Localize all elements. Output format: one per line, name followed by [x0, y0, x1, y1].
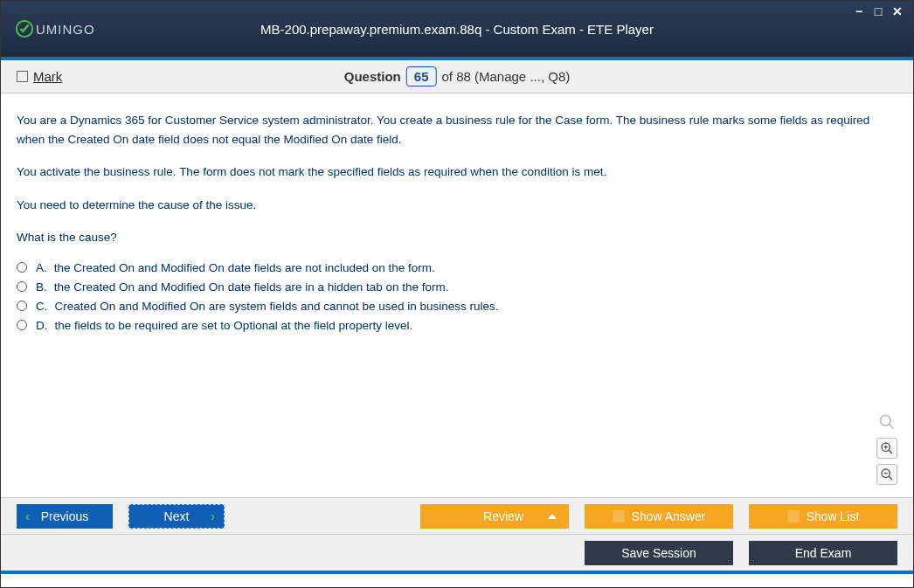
checkbox-icon — [17, 71, 28, 82]
check-icon — [15, 19, 34, 38]
mark-label: Mark — [33, 69, 62, 84]
triangle-up-icon — [548, 514, 557, 519]
zoom-in-button[interactable] — [876, 438, 897, 459]
show-list-button[interactable]: Show List — [749, 504, 897, 529]
option-letter: B. — [36, 280, 47, 294]
list-icon — [787, 510, 800, 522]
option-c[interactable]: C. Created On and Modified On are system… — [17, 300, 897, 313]
question-para-2: You activate the business rule. The form… — [17, 163, 897, 182]
option-text: the Created On and Modified On date fiel… — [54, 280, 449, 294]
question-para-3: You need to determine the cause of the i… — [17, 196, 897, 215]
search-icon[interactable] — [876, 412, 897, 432]
show-answer-label: Show Answer — [632, 509, 706, 523]
review-label: Review — [483, 509, 523, 523]
radio-icon — [17, 320, 27, 330]
svg-line-4 — [889, 450, 892, 453]
option-text: Created On and Modified On are system fi… — [55, 300, 499, 313]
review-button[interactable]: Review — [420, 504, 569, 529]
chevron-left-icon: ‹ — [25, 509, 30, 523]
radio-icon — [17, 262, 27, 273]
question-content: You are a Dynamics 365 for Customer Serv… — [1, 93, 913, 497]
save-session-button[interactable]: Save Session — [585, 541, 733, 565]
info-bar: Mark Question 65 of 88 (Manage ..., Q8) — [1, 60, 913, 93]
close-button[interactable]: ✕ — [890, 4, 904, 18]
option-d[interactable]: D. the fields to be required are set to … — [17, 319, 897, 332]
svg-point-1 — [881, 416, 891, 426]
option-b[interactable]: B. the Created On and Modified On date f… — [17, 280, 897, 294]
mark-checkbox[interactable]: Mark — [17, 69, 62, 84]
footer-secondary: Save Session End Exam — [1, 534, 913, 571]
options-list: A. the Created On and Modified On date f… — [17, 261, 897, 332]
question-para-4: What is the cause? — [17, 228, 897, 247]
radio-icon — [17, 301, 27, 311]
svg-line-2 — [890, 425, 894, 429]
question-total: of 88 (Manage ..., Q8) — [441, 69, 570, 84]
question-word: Question — [344, 69, 401, 84]
option-letter: D. — [36, 319, 48, 332]
option-text: the fields to be required are set to Opt… — [55, 319, 413, 332]
zoom-tools — [876, 412, 897, 485]
previous-button[interactable]: ‹ Previous — [17, 504, 113, 529]
maximize-button[interactable]: □ — [871, 4, 885, 18]
show-list-label: Show List — [807, 509, 860, 523]
question-para-1: You are a Dynamics 365 for Customer Serv… — [17, 111, 897, 149]
minimize-button[interactable]: − — [852, 4, 866, 18]
window-controls: − □ ✕ — [852, 4, 904, 18]
question-navigator: Question 65 of 88 (Manage ..., Q8) — [344, 66, 570, 86]
divider-bottom — [1, 571, 913, 574]
svg-line-8 — [889, 476, 892, 480]
radio-icon — [17, 281, 27, 292]
end-exam-button[interactable]: End Exam — [749, 541, 897, 565]
next-button[interactable]: Next › — [128, 504, 225, 529]
show-answer-button[interactable]: Show Answer — [585, 504, 733, 529]
zoom-out-button[interactable] — [876, 464, 897, 485]
previous-label: Previous — [41, 509, 88, 523]
question-text: You are a Dynamics 365 for Customer Serv… — [17, 111, 897, 247]
save-session-label: Save Session — [621, 546, 696, 560]
option-a[interactable]: A. the Created On and Modified On date f… — [17, 261, 897, 274]
app-logo: UMINGO — [15, 19, 95, 38]
option-letter: A. — [36, 261, 47, 274]
option-letter: C. — [36, 300, 48, 313]
title-bar: UMINGO MB-200.prepaway.premium.exam.88q … — [1, 1, 913, 57]
option-text: the Created On and Modified On date fiel… — [54, 261, 435, 274]
answer-icon — [613, 510, 625, 522]
question-number-input[interactable]: 65 — [406, 66, 437, 86]
window-title: MB-200.prepaway.premium.exam.88q - Custo… — [260, 22, 654, 37]
chevron-right-icon: › — [211, 509, 215, 523]
footer-primary: ‹ Previous Next › Review Show Answer Sho… — [1, 497, 913, 534]
end-exam-label: End Exam — [795, 546, 852, 560]
brand-text: UMINGO — [36, 22, 95, 37]
next-label: Next — [164, 509, 190, 523]
